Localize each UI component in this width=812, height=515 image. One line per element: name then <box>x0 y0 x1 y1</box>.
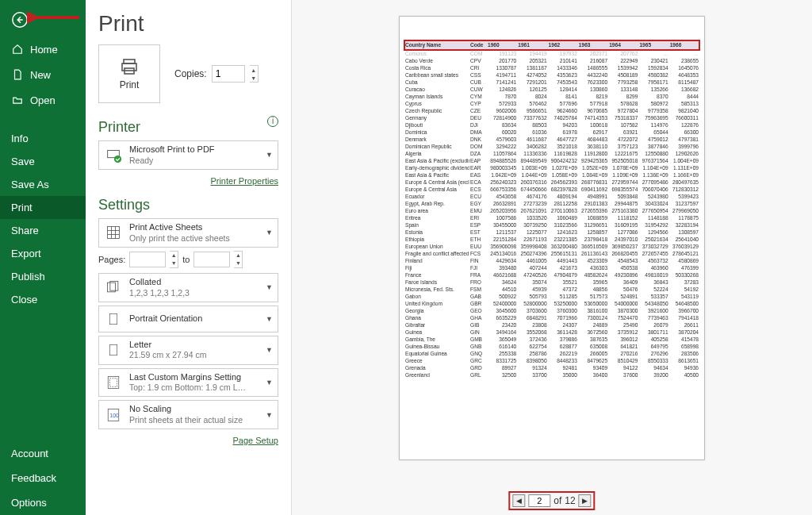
sidebar-item-new[interactable]: New <box>0 62 86 87</box>
sidebar-item-publish[interactable]: Publish <box>0 265 86 288</box>
open-icon <box>11 94 24 106</box>
collate-selector[interactable]: Collated1,2,3 1,2,3 1,2,3 ▼ <box>98 273 278 302</box>
chevron-up-icon: ▲ <box>250 66 258 74</box>
new-icon <box>11 68 24 81</box>
scaling-selector[interactable]: 100 No ScalingPrint sheets at their actu… <box>98 400 278 429</box>
copies-spinner[interactable]: ▲▼ <box>250 65 259 83</box>
pages-from-input[interactable] <box>129 252 166 267</box>
margins-selector[interactable]: Last Custom Margins SettingTop: 1.9 cm B… <box>98 368 278 398</box>
printer-icon <box>118 57 140 76</box>
pager-current-input[interactable] <box>528 494 550 507</box>
printer-selector[interactable]: Microsoft Print to PDFReady ▼ <box>98 140 278 170</box>
print-what-selector[interactable]: Print Active SheetsOnly print the active… <box>98 218 278 248</box>
home-icon <box>11 43 24 56</box>
sidebar-item-home[interactable]: Home <box>0 37 86 62</box>
portrait-icon <box>104 309 123 329</box>
svg-rect-9 <box>109 313 117 324</box>
back-arrow-icon <box>11 11 29 29</box>
sidebar-label: Home <box>30 44 58 56</box>
pager-prev-button[interactable]: ◀ <box>512 494 525 507</box>
chevron-down-icon: ▼ <box>266 229 273 236</box>
sidebar-item-options[interactable]: Options <box>0 490 86 515</box>
sidebar-item-save[interactable]: Save <box>0 150 86 173</box>
sidebar-item-account[interactable]: Account <box>0 441 86 466</box>
preview-page: Country NameCode196019611962196319641965… <box>399 16 705 460</box>
orientation-selector[interactable]: Portrait Orientation ▼ <box>98 306 278 332</box>
svg-rect-10 <box>109 344 117 355</box>
sidebar-item-export[interactable]: Export <box>0 242 86 265</box>
copies-label: Copies: <box>174 68 207 79</box>
svg-rect-6 <box>108 227 120 239</box>
pager-total: 12 <box>565 495 575 506</box>
backstage-sidebar: Home New Open Info Save Save As Print Sh… <box>0 0 86 515</box>
page-setup-link[interactable]: Page Setup <box>98 436 278 445</box>
preview-table: Country NameCode196019611962196319641965… <box>404 40 699 379</box>
sidebar-item-info[interactable]: Info <box>0 127 86 150</box>
info-icon[interactable]: i <box>267 116 278 127</box>
pages-to-input[interactable] <box>193 252 230 267</box>
pager-next-button[interactable]: ▶ <box>579 494 592 507</box>
collate-icon <box>104 278 123 297</box>
sidebar-item-feedback[interactable]: Feedback <box>0 466 86 490</box>
printer-section-title: Printer <box>98 119 278 136</box>
printer-status-icon <box>104 145 123 164</box>
chevron-down-icon: ▼ <box>250 74 258 82</box>
page-title: Print <box>98 11 278 37</box>
print-preview-area: Country NameCode196019611962196319641965… <box>292 0 812 515</box>
print-settings-panel: Print Print Copies: ▲▼ i Printer Microso… <box>86 0 292 515</box>
sheets-icon <box>104 223 123 242</box>
sidebar-label: Open <box>30 94 56 106</box>
sidebar-item-print[interactable]: Print <box>0 196 86 219</box>
sidebar-item-save-as[interactable]: Save As <box>0 173 86 196</box>
paper-icon <box>104 340 123 359</box>
margins-icon <box>104 373 123 392</box>
printer-properties-link[interactable]: Printer Properties <box>98 176 278 186</box>
pager-of-label: of <box>553 495 561 506</box>
print-button[interactable]: Print <box>98 44 160 103</box>
pager: ◀ of 12 ▶ <box>508 491 595 510</box>
paper-size-selector[interactable]: Letter21.59 cm x 27.94 cm ▼ <box>98 336 278 365</box>
svg-text:100: 100 <box>110 413 120 418</box>
svg-point-5 <box>114 156 121 163</box>
sidebar-item-close[interactable]: Close <box>0 288 86 311</box>
sidebar-item-open[interactable]: Open <box>0 87 86 113</box>
chevron-down-icon: ▼ <box>266 151 273 159</box>
svg-rect-12 <box>110 379 117 387</box>
sidebar-item-share[interactable]: Share <box>0 219 86 242</box>
sidebar-label: New <box>30 69 51 81</box>
back-button[interactable] <box>0 6 86 37</box>
settings-section-title: Settings <box>98 197 278 213</box>
pages-range-row: Pages: ▲▼ to ▲▼ <box>98 251 278 268</box>
copies-input[interactable] <box>212 65 245 83</box>
scaling-icon: 100 <box>104 405 123 425</box>
